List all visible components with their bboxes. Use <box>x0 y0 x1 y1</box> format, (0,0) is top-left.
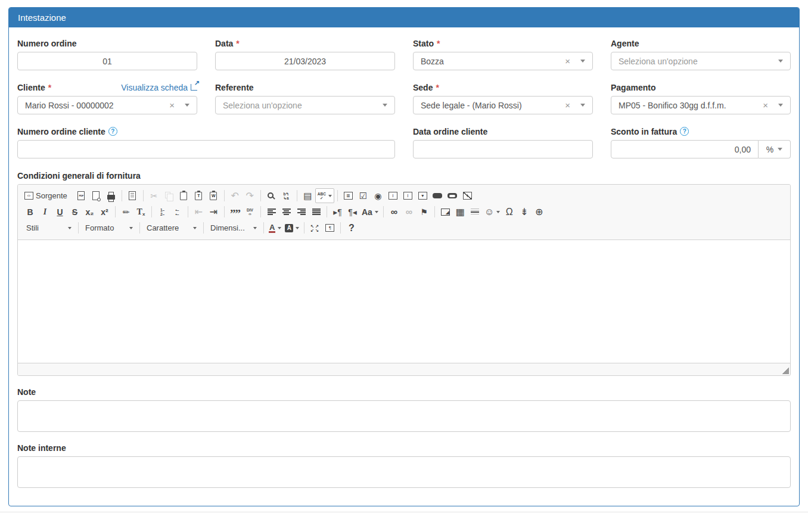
align-right-button[interactable] <box>294 204 309 219</box>
paste-text-button[interactable]: T <box>191 188 206 203</box>
bulleted-list-button[interactable]: •–•– <box>170 204 185 219</box>
note-interne-textarea[interactable] <box>17 456 791 488</box>
button-field-button[interactable] <box>430 188 445 203</box>
format-combo[interactable]: Formato <box>82 220 136 235</box>
font-size-combo[interactable]: Dimensi... <box>207 220 260 235</box>
bg-color-button[interactable]: A <box>283 220 301 235</box>
export-pdf-button[interactable]: PDF <box>74 188 89 203</box>
resize-handle[interactable] <box>782 368 789 374</box>
smiley-button[interactable]: ☺ <box>483 204 502 219</box>
clear-icon[interactable]: × <box>565 101 570 110</box>
help-icon[interactable]: ? <box>108 127 117 136</box>
data-ordine-cliente-input[interactable] <box>413 140 593 158</box>
image-button-button[interactable] <box>445 188 460 203</box>
styles-combo[interactable]: Stili <box>23 220 75 235</box>
sconto-unit-select[interactable]: % <box>759 140 791 158</box>
text-direction-rtl-button[interactable]: ¶◂ <box>345 204 360 219</box>
numero-ordine-cliente-input[interactable] <box>17 140 395 158</box>
paste-button[interactable] <box>176 188 191 203</box>
toolbar-row-1: ‹›Sorgente PDF ✂ T W <box>23 188 785 204</box>
select-field-button[interactable]: ▾ <box>415 188 430 203</box>
show-blocks-button[interactable]: ¶ <box>322 220 337 235</box>
find-button[interactable] <box>264 188 279 203</box>
italic-button[interactable]: I <box>38 204 52 219</box>
sede-select[interactable]: Sede legale - (Mario Rossi) × <box>413 96 593 114</box>
cut-button[interactable]: ✂ <box>147 188 161 203</box>
clear-icon[interactable]: × <box>565 57 570 66</box>
outdent-icon: ⇤ <box>195 206 203 217</box>
spellcheck-button[interactable]: ABC✓ <box>315 188 334 203</box>
editor-content[interactable] <box>18 240 790 363</box>
indent-button[interactable]: ⇥ <box>206 204 221 219</box>
hidden-field-button[interactable]: I <box>460 188 475 203</box>
align-center-button[interactable] <box>279 204 294 219</box>
visualizza-scheda-link[interactable]: Visualizza scheda↗ <box>121 83 197 92</box>
about-button[interactable]: ? <box>344 220 359 235</box>
replace-button[interactable]: b↰↳a <box>279 188 294 203</box>
subscript-button[interactable]: x₂ <box>82 204 97 219</box>
cliente-select[interactable]: Mario Rossi - 00000002 × <box>17 96 197 114</box>
table-button[interactable]: ▦ <box>453 204 468 219</box>
checkbox-button[interactable]: ☑ <box>356 188 371 203</box>
iframe-button[interactable]: ⊕ <box>532 204 546 219</box>
special-char-button[interactable]: Ω <box>502 204 517 219</box>
form-button[interactable]: ≣ <box>341 188 356 203</box>
source-button[interactable]: ‹›Sorgente <box>23 188 69 203</box>
page-break-button[interactable]: ⇟ <box>517 204 532 219</box>
horizontal-rule-button[interactable] <box>468 204 483 219</box>
undo-button[interactable]: ↶ <box>228 188 243 203</box>
blockquote-button[interactable]: ”” <box>228 204 243 219</box>
unlink-button[interactable]: ∞ <box>402 204 417 219</box>
note-textarea[interactable] <box>17 400 791 432</box>
text-color-button[interactable]: A <box>267 220 283 235</box>
outdent-button[interactable]: ⇤ <box>191 204 206 219</box>
paste-word-button[interactable]: W <box>206 188 221 203</box>
help-icon[interactable]: ? <box>680 127 689 136</box>
show-blocks-icon: ¶ <box>325 224 334 232</box>
underline-button[interactable]: U <box>52 204 67 219</box>
align-justify-button[interactable] <box>309 204 324 219</box>
redo-button[interactable]: ↷ <box>243 188 257 203</box>
anchor-button[interactable]: ⚑ <box>417 204 431 219</box>
align-left-button[interactable] <box>264 204 279 219</box>
font-combo[interactable]: Carattere <box>143 220 200 235</box>
agente-select[interactable]: Seleziona un'opzione <box>611 52 791 70</box>
bold-button[interactable]: B <box>23 204 38 219</box>
chevron-down-icon <box>278 227 281 229</box>
ol-2: 2– <box>160 212 164 216</box>
data-ordine-cliente-label: Data ordine cliente <box>413 127 487 136</box>
language-button[interactable]: Aa <box>360 204 380 219</box>
ordered-list-button[interactable]: 1–2– <box>155 204 170 219</box>
remove-format-button[interactable]: Tx <box>133 204 148 219</box>
div-container-button[interactable]: DIV‹› <box>243 204 257 219</box>
strikethrough-button[interactable]: S <box>67 204 82 219</box>
superscript-button[interactable]: x² <box>97 204 112 219</box>
check-icon: ✓ <box>320 196 323 200</box>
pagamento-select[interactable]: MP05 - Bonifico 30gg d.f.f.m. × <box>611 96 791 114</box>
stato-select[interactable]: Bozza × <box>413 52 593 70</box>
clear-icon[interactable]: × <box>763 101 768 110</box>
numero-ordine-input[interactable] <box>17 52 197 70</box>
textarea-button[interactable]: I <box>400 188 415 203</box>
print-button[interactable] <box>104 188 119 203</box>
image-button[interactable]: ◢ <box>438 204 453 219</box>
text-field-button[interactable]: I <box>386 188 400 203</box>
chevron-down-icon <box>68 227 72 229</box>
radio-button[interactable]: ◉ <box>371 188 386 203</box>
sconto-unit: % <box>766 145 773 154</box>
maximize-button[interactable]: ↖↗↙↘ <box>307 220 322 235</box>
sconto-input[interactable] <box>611 140 759 158</box>
spell-abc: ABC <box>318 192 326 196</box>
data-input[interactable] <box>215 52 395 70</box>
copy-button[interactable] <box>161 188 176 203</box>
referente-select[interactable]: Seleziona un'opzione <box>215 96 395 114</box>
horizontal-rule-icon <box>471 209 479 215</box>
select-all-button[interactable]: ▤ <box>300 188 315 203</box>
copy-formatting-button[interactable]: ✏ <box>119 204 133 219</box>
templates-button[interactable] <box>125 188 140 203</box>
clear-icon[interactable]: × <box>169 101 175 110</box>
text-direction-ltr-button[interactable]: ▸¶ <box>330 204 345 219</box>
link-button[interactable]: ∞ <box>387 204 402 219</box>
editor-status-bar <box>18 363 790 375</box>
preview-button[interactable] <box>89 188 104 203</box>
